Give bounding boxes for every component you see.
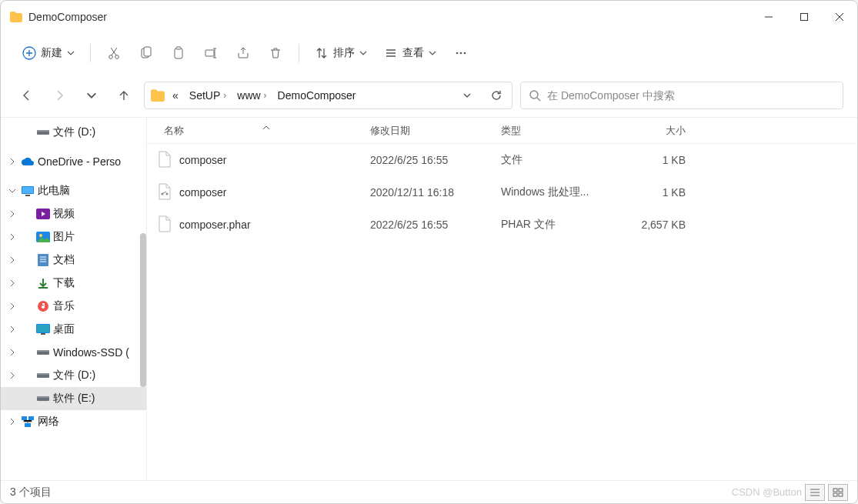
tree-item-label: 图片 xyxy=(53,230,75,244)
search-box[interactable] xyxy=(520,82,843,109)
command-toolbar: 新建 排序 查看 xyxy=(1,33,857,73)
twist-icon[interactable] xyxy=(7,393,18,404)
twist-icon[interactable] xyxy=(7,185,18,196)
twist-icon[interactable] xyxy=(7,347,18,358)
paste-button[interactable] xyxy=(163,39,194,67)
nav-back-button[interactable] xyxy=(15,83,39,108)
new-label: 新建 xyxy=(41,46,62,60)
tree-item[interactable]: 视频 xyxy=(1,202,146,225)
tree-item-label: 文件 (D:) xyxy=(53,369,95,382)
file-icon xyxy=(158,151,172,170)
search-icon xyxy=(529,89,541,102)
pc-icon xyxy=(21,184,35,198)
copy-button[interactable] xyxy=(131,39,162,67)
chevron-right-icon: › xyxy=(264,90,267,101)
tree-item[interactable]: 软件 (E:) xyxy=(1,387,146,410)
scrollbar-thumb[interactable] xyxy=(140,233,146,387)
breadcrumb-item[interactable]: www › xyxy=(234,88,269,103)
tree-item[interactable]: 网络 xyxy=(1,410,146,433)
file-type: 文件 xyxy=(493,153,616,167)
tree-item[interactable]: 音乐 xyxy=(1,295,146,318)
refresh-button[interactable] xyxy=(484,83,509,108)
file-name: composer xyxy=(179,186,226,199)
tree-item-label: 文件 (D:) xyxy=(53,125,95,139)
svg-rect-7 xyxy=(176,47,181,49)
tree-item[interactable]: 桌面 xyxy=(1,318,146,341)
column-name[interactable]: 名称 xyxy=(147,124,362,138)
address-bar[interactable]: « SetUP › www › DemoComposer xyxy=(144,82,512,109)
breadcrumb-item[interactable]: DemoComposer xyxy=(275,88,359,103)
thumbnails-view-button[interactable] xyxy=(828,484,848,501)
tree-item[interactable]: 文档 xyxy=(1,249,146,272)
twist-icon[interactable] xyxy=(7,127,18,138)
column-type[interactable]: 类型 xyxy=(493,124,616,138)
navigation-tree[interactable]: 文件 (D:)OneDrive - Perso此电脑视频图片文档下载音乐桌面Wi… xyxy=(1,118,147,480)
details-view-button[interactable] xyxy=(805,484,825,501)
toolbar-divider xyxy=(90,44,91,62)
svg-rect-6 xyxy=(175,48,182,58)
file-row[interactable]: composer2020/12/11 16:18Windows 批处理...1 … xyxy=(147,176,857,209)
sort-icon xyxy=(315,46,329,60)
drive-icon xyxy=(36,345,50,359)
file-list: 名称 修改日期 类型 大小 composer2022/6/25 16:55文件1… xyxy=(147,118,857,480)
share-button[interactable] xyxy=(228,39,259,67)
file-row[interactable]: composer.phar2022/6/25 16:55PHAR 文件2,657… xyxy=(147,209,857,241)
rename-button[interactable] xyxy=(195,39,226,67)
maximize-button[interactable] xyxy=(786,5,822,29)
svg-point-11 xyxy=(464,52,466,55)
svg-point-2 xyxy=(109,55,113,59)
column-size[interactable]: 大小 xyxy=(616,124,701,138)
address-dropdown-button[interactable] xyxy=(455,83,479,108)
file-icon xyxy=(158,183,172,202)
watermark-text: CSDN @Button xyxy=(732,486,802,498)
file-icon xyxy=(158,215,172,235)
tree-item[interactable]: 文件 (D:) xyxy=(1,364,146,387)
twist-icon[interactable] xyxy=(7,416,18,427)
plus-circle-icon xyxy=(22,46,36,60)
search-input[interactable] xyxy=(547,89,835,102)
twist-icon[interactable] xyxy=(7,209,18,219)
explorer-window: DemoComposer 新建 排序 查看 xyxy=(0,0,858,504)
breadcrumb-ellipsis[interactable]: « xyxy=(169,88,182,103)
view-icon xyxy=(384,46,398,60)
tree-item[interactable]: OneDrive - Perso xyxy=(1,150,146,173)
nav-forward-button[interactable] xyxy=(47,83,72,108)
file-size: 1 KB xyxy=(616,186,701,199)
twist-icon[interactable] xyxy=(7,156,18,167)
nav-up-button[interactable] xyxy=(112,83,136,108)
twist-icon[interactable] xyxy=(7,232,18,242)
tree-item[interactable]: 文件 (D:) xyxy=(1,121,146,144)
twist-icon[interactable] xyxy=(7,255,18,265)
cut-button[interactable] xyxy=(98,39,129,67)
sort-button[interactable]: 排序 xyxy=(307,42,375,65)
tree-item[interactable]: 下载 xyxy=(1,272,146,295)
breadcrumb-item[interactable]: SetUP › xyxy=(186,88,229,103)
svg-rect-0 xyxy=(801,14,808,21)
svg-rect-38 xyxy=(839,489,843,492)
svg-rect-25 xyxy=(41,333,45,335)
tree-item[interactable]: 此电脑 xyxy=(1,179,146,202)
svg-point-10 xyxy=(460,52,462,55)
docs-icon xyxy=(36,253,50,267)
file-row[interactable]: composer2022/6/25 16:55文件1 KB xyxy=(147,144,857,176)
close-button[interactable] xyxy=(822,5,857,29)
delete-button[interactable] xyxy=(260,39,291,67)
content-body: 文件 (D:)OneDrive - Perso此电脑视频图片文档下载音乐桌面Wi… xyxy=(1,118,857,480)
twist-icon[interactable] xyxy=(7,324,18,335)
file-name: composer xyxy=(179,154,226,166)
tree-item[interactable]: Windows-SSD ( xyxy=(1,341,146,364)
tree-item[interactable]: 图片 xyxy=(1,225,146,249)
minimize-button[interactable] xyxy=(751,5,786,29)
file-date: 2022/6/25 16:55 xyxy=(362,154,493,166)
nav-recent-button[interactable] xyxy=(79,83,104,108)
view-button[interactable]: 查看 xyxy=(376,42,444,65)
new-button[interactable]: 新建 xyxy=(15,42,82,65)
more-button[interactable] xyxy=(446,39,476,67)
column-date[interactable]: 修改日期 xyxy=(362,124,493,138)
twist-icon[interactable] xyxy=(7,370,18,381)
twist-icon[interactable] xyxy=(7,278,18,289)
twist-icon[interactable] xyxy=(7,301,18,312)
download-icon xyxy=(36,276,50,290)
svg-rect-37 xyxy=(833,489,837,492)
titlebar: DemoComposer xyxy=(1,1,857,33)
